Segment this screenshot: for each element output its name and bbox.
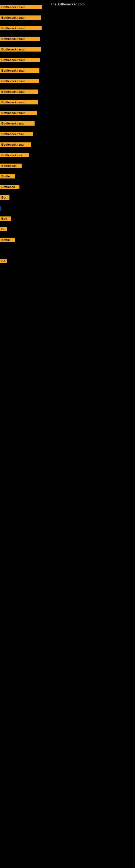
bottleneck-result-label: Bo	[0, 227, 7, 231]
result-bar-row: Bottleneck result	[0, 16, 41, 21]
result-bar-row: Bottleneck resu	[0, 132, 33, 137]
result-bar-row: Bottleneck	[0, 163, 21, 169]
result-bar-row	[0, 206, 1, 212]
result-bar-row: Bottleneck result	[0, 47, 41, 53]
result-bar-row: Bo	[0, 227, 7, 232]
result-bar-row: Bott	[0, 216, 11, 222]
result-bar-row: Bottleneck result	[0, 26, 42, 31]
bottleneck-result-label: Bottleneck res	[0, 153, 29, 157]
bottleneck-result-label: Bottleneck result	[0, 58, 40, 62]
bottleneck-result-label: Bo	[0, 259, 7, 263]
bottleneck-result-label: Bottlenec	[0, 185, 19, 189]
bottleneck-result-label: Bottleneck result	[0, 37, 40, 41]
bottleneck-result-label: Bottleneck result	[0, 100, 38, 104]
result-bar-row: Bottleneck result	[0, 5, 42, 10]
bottleneck-result-label: Bottleneck result	[0, 90, 38, 94]
result-bar-row: Bot	[0, 195, 9, 201]
bottleneck-result-label: Bottleneck resu	[0, 143, 31, 147]
result-bar-row: Bottleneck result	[0, 68, 39, 74]
result-bar-row: Bottleneck result	[0, 90, 38, 95]
bottleneck-result-label: Bottleneck result	[0, 5, 42, 9]
result-bar-row: Bottle	[0, 238, 15, 243]
result-bar-row: Bo	[0, 259, 7, 264]
bottleneck-result-label: Bottleneck result	[0, 16, 41, 20]
result-bar-row: Bottleneck result	[0, 58, 40, 63]
result-bar-row: Bottleneck result	[0, 111, 37, 116]
bottleneck-result-label: Bottleneck result	[0, 47, 41, 52]
result-bar-row: Bottleneck result	[0, 79, 39, 84]
bottleneck-result-label: Bot	[0, 195, 9, 199]
bottleneck-result-label: Bottleneck result	[0, 111, 37, 115]
result-bar-row: Bottleneck result	[0, 37, 40, 42]
result-bar-row: Bottleneck result	[0, 100, 38, 105]
result-bar-row: Bottleneck resu	[0, 143, 31, 148]
result-bar-row: Bottleneck res	[0, 153, 29, 158]
bottleneck-result-label: Bottleneck result	[0, 26, 42, 30]
bottleneck-result-label: Bottleneck result	[0, 68, 39, 73]
bottleneck-result-label: Bottle	[0, 238, 15, 242]
bottleneck-result-label: Bottleneck resu	[0, 132, 33, 136]
bottleneck-result-label: Bottleneck	[0, 163, 21, 168]
blue-marker	[0, 206, 1, 211]
bottleneck-result-label: Bottleneck result	[0, 79, 39, 83]
bottleneck-result-label: Bott	[0, 216, 11, 221]
result-bar-row: Bottlenec	[0, 185, 19, 190]
bottleneck-result-label: Bottle	[0, 174, 15, 179]
result-bar-row: Bottle	[0, 174, 15, 180]
bottleneck-result-label: Bottleneck resu	[0, 121, 35, 126]
result-bar-row: Bottleneck resu	[0, 121, 35, 127]
